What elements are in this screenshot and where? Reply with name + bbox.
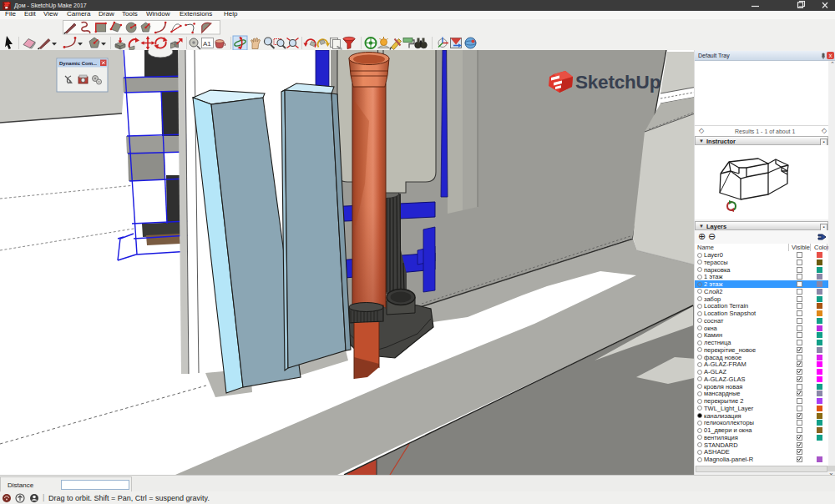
svg-text:A1: A1 xyxy=(203,40,211,48)
svg-text:SketchUp: SketchUp xyxy=(575,72,660,93)
svg-text:Dynamic Com...: Dynamic Com... xyxy=(59,61,97,66)
